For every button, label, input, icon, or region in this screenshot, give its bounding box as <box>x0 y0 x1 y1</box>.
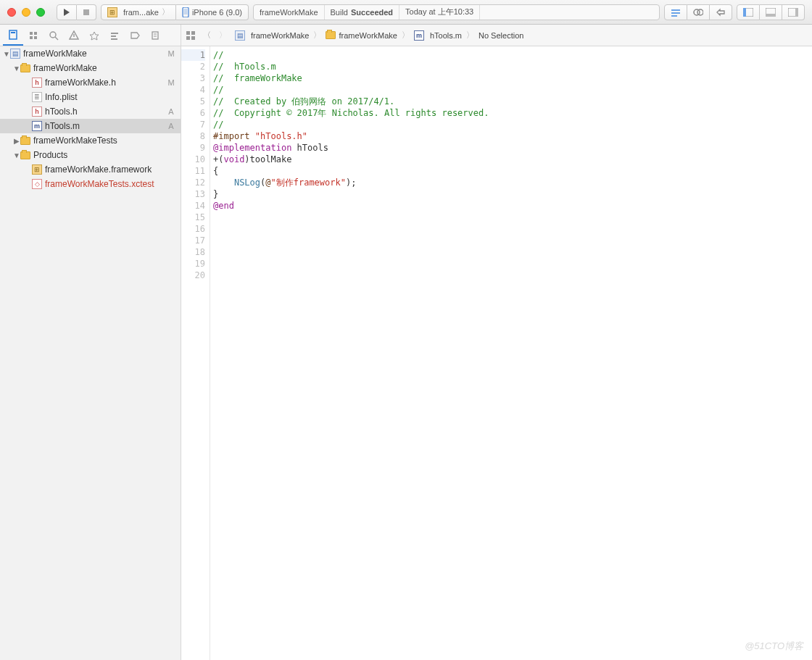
scm-status: M <box>166 49 176 58</box>
chevron-icon: 〉 <box>402 30 410 41</box>
m-file-icon: m <box>32 121 42 131</box>
status-target: frameWorkMake <box>254 5 324 20</box>
toggle-utilities-button[interactable] <box>782 4 805 20</box>
toggle-navigator-button[interactable] <box>737 4 760 20</box>
breakpoint-navigator-icon[interactable] <box>125 25 145 46</box>
toolbox-icon: ⊞ <box>107 7 117 17</box>
scheme-target[interactable]: ⊞ fram...ake 〉 <box>101 4 176 20</box>
svg-rect-15 <box>9 30 17 39</box>
code-area[interactable]: //// hTools.m// frameWorkMake//// Create… <box>210 46 812 660</box>
disclosure-triangle-icon[interactable]: ▼ <box>13 64 20 72</box>
xctest-icon: ◇ <box>32 179 42 189</box>
iphone-icon <box>182 7 189 17</box>
close-window-icon[interactable] <box>7 8 16 17</box>
svg-rect-34 <box>191 31 195 35</box>
device-label: iPhone 6 (9.0) <box>192 8 242 17</box>
project-icon: ▤ <box>235 30 245 41</box>
svg-point-21 <box>50 32 56 38</box>
editor-mode-group <box>664 4 732 20</box>
project-navigator-icon[interactable] <box>3 25 23 46</box>
assistant-editor-button[interactable] <box>687 4 710 20</box>
minimize-window-icon[interactable] <box>22 8 30 17</box>
secondary-nav: 〈 〉 ▤ frameWorkMake 〉 frameWorkMake 〉 m … <box>0 25 812 46</box>
svg-rect-36 <box>191 36 195 40</box>
find-navigator-icon[interactable] <box>44 25 64 46</box>
test-navigator-icon[interactable] <box>84 25 104 46</box>
navigator-selector <box>0 25 181 46</box>
symbol-navigator-icon[interactable] <box>23 25 44 46</box>
status-build: Build Succeeded <box>325 5 400 20</box>
svg-rect-20 <box>34 36 37 39</box>
framework-icon: ⊞ <box>32 164 42 175</box>
scm-status: A <box>166 122 176 130</box>
tree-file[interactable]: ≣ Info.plist <box>0 90 181 104</box>
report-navigator-icon[interactable] <box>145 25 165 46</box>
main-split: ▼ ▤ frameWorkMake M ▼ frameWorkMake <box>0 46 812 660</box>
run-button[interactable] <box>57 4 77 20</box>
scheme-device[interactable]: iPhone 6 (9.0) <box>176 4 249 20</box>
tree-product[interactable]: ◇ frameWorkMakeTests.xctest <box>0 177 181 191</box>
disclosure-triangle-icon[interactable]: ▼ <box>13 151 20 159</box>
watermark: @51CTO博客 <box>745 640 803 653</box>
disclosure-triangle-icon[interactable]: ▶ <box>13 137 20 145</box>
breadcrumb-selection[interactable]: No Selection <box>478 31 523 40</box>
svg-rect-35 <box>186 36 190 40</box>
folder-icon <box>20 64 30 72</box>
svg-rect-27 <box>111 35 116 37</box>
source-editor[interactable]: 1234567891011121314151617181920 //// hTo… <box>181 46 812 660</box>
tree-file[interactable]: h hTools.h A <box>0 104 181 119</box>
main-toolbar: ⊞ fram...ake 〉 iPhone 6 (9.0) frameWorkM… <box>0 0 812 25</box>
window-controls <box>7 8 45 17</box>
run-controls <box>57 4 96 20</box>
tree-group-tests[interactable]: ▶ frameWorkMakeTests <box>0 133 181 148</box>
project-icon: ▤ <box>10 49 20 59</box>
breadcrumb-project[interactable]: ▤ frameWorkMake <box>235 30 309 41</box>
svg-marker-25 <box>90 32 99 40</box>
svg-rect-19 <box>30 36 33 39</box>
folder-icon <box>20 151 30 159</box>
svg-marker-29 <box>131 33 139 38</box>
zoom-window-icon[interactable] <box>36 8 45 17</box>
svg-rect-1 <box>83 9 89 15</box>
plist-file-icon: ≣ <box>32 92 42 102</box>
issue-navigator-icon[interactable] <box>64 25 84 46</box>
tree-file[interactable]: h frameWorkMake.h M <box>0 75 181 90</box>
related-items-icon[interactable] <box>186 30 200 41</box>
svg-rect-17 <box>30 32 33 35</box>
stop-button[interactable] <box>77 4 96 20</box>
svg-rect-18 <box>34 32 37 35</box>
breadcrumb-folder[interactable]: frameWorkMake <box>326 31 397 40</box>
version-editor-button[interactable] <box>710 4 732 20</box>
debug-navigator-icon[interactable] <box>104 25 125 46</box>
svg-rect-30 <box>152 32 158 39</box>
back-button[interactable]: 〈 <box>203 30 216 41</box>
svg-line-22 <box>55 37 58 40</box>
status-time: Today at 上午10:33 <box>399 5 480 20</box>
svg-point-8 <box>697 9 703 15</box>
svg-rect-10 <box>743 8 746 17</box>
tree-group[interactable]: ▼ frameWorkMake <box>0 61 181 75</box>
project-navigator[interactable]: ▼ ▤ frameWorkMake M ▼ frameWorkMake <box>0 46 181 660</box>
scm-status: M <box>166 78 176 87</box>
forward-button[interactable]: 〉 <box>219 30 232 41</box>
toggle-debug-button[interactable] <box>760 4 782 20</box>
chevron-icon: 〉 <box>466 30 474 41</box>
panel-toggle-group <box>737 4 805 20</box>
standard-editor-button[interactable] <box>664 4 687 20</box>
svg-rect-12 <box>766 14 776 17</box>
svg-rect-28 <box>111 38 117 40</box>
scheme-label: fram...ake <box>123 8 159 17</box>
line-gutter: 1234567891011121314151617181920 <box>181 46 210 660</box>
tree-product[interactable]: ⊞ frameWorkMake.framework <box>0 162 181 177</box>
tree-group-products[interactable]: ▼ Products <box>0 148 181 162</box>
breadcrumb-file[interactable]: m hTools.m <box>414 30 462 41</box>
scm-status: A <box>166 107 176 116</box>
svg-rect-3 <box>183 9 187 14</box>
scheme-selector[interactable]: ⊞ fram...ake 〉 iPhone 6 (9.0) <box>101 4 249 20</box>
tree-file-selected[interactable]: m hTools.m A <box>0 119 181 133</box>
svg-rect-33 <box>186 31 190 35</box>
folder-icon <box>326 31 336 39</box>
disclosure-triangle-icon[interactable]: ▼ <box>3 50 10 58</box>
tree-project[interactable]: ▼ ▤ frameWorkMake M <box>0 46 181 61</box>
svg-rect-5 <box>671 12 680 14</box>
